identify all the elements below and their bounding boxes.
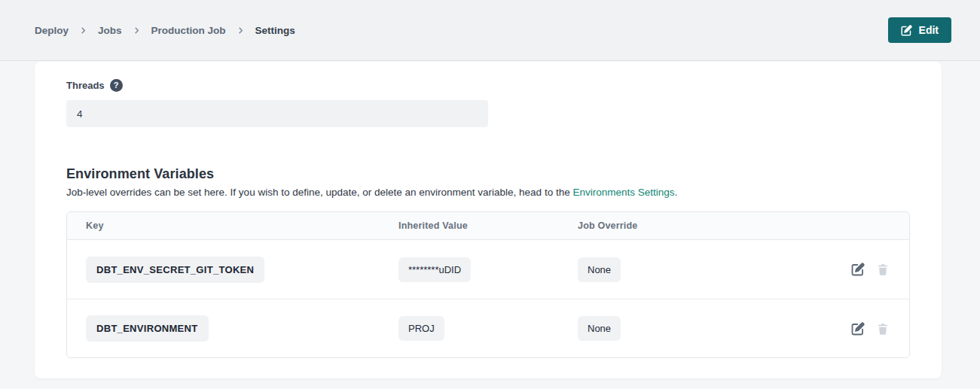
column-header-key: Key: [86, 220, 398, 231]
question-mark-circle-icon[interactable]: ?: [110, 79, 123, 92]
trash-icon[interactable]: [876, 263, 890, 276]
env-var-job-override: None: [578, 257, 621, 282]
threads-label: Threads: [66, 80, 105, 91]
chevron-right-icon: [79, 26, 87, 35]
description-period: .: [675, 187, 678, 198]
job-settings-card: Threads ? 4 Environment Variables Job-le…: [35, 62, 942, 378]
env-vars-table: Key Inherited Value Job Override DBT_ENV…: [66, 211, 910, 358]
environment-variables-section: Environment Variables Job-level override…: [66, 166, 910, 358]
edit-pencil-icon: [901, 25, 912, 36]
description-text: Job-level overrides can be set here. If …: [66, 187, 572, 198]
env-var-job-override: None: [578, 316, 621, 341]
settings-page: Threads ? 4 Environment Variables Job-le…: [0, 61, 980, 378]
env-var-inherited-value: PROJ: [398, 316, 444, 341]
trash-icon[interactable]: [876, 322, 890, 336]
edit-row-icon[interactable]: [851, 322, 865, 336]
edit-button[interactable]: Edit: [888, 17, 951, 43]
threads-field: Threads ? 4: [66, 79, 910, 127]
column-header-inherited-value: Inherited Value: [398, 220, 578, 231]
column-header-job-override: Job Override: [578, 220, 822, 231]
env-var-key: DBT_ENVIRONMENT: [86, 315, 209, 342]
environment-variables-title: Environment Variables: [66, 166, 910, 182]
breadcrumb: Deploy Jobs Production Job Settings: [35, 25, 295, 36]
chevron-right-icon: [133, 26, 141, 35]
top-header: Deploy Jobs Production Job Settings Edit: [0, 0, 980, 61]
threads-input[interactable]: 4: [66, 100, 488, 127]
env-var-inherited-value: ********uDID: [398, 257, 471, 282]
breadcrumb-item-production-job[interactable]: Production Job: [151, 25, 226, 36]
breadcrumb-item-settings: Settings: [255, 25, 295, 36]
breadcrumb-item-deploy[interactable]: Deploy: [35, 25, 69, 36]
env-var-key: DBT_ENV_SECRET_GIT_TOKEN: [86, 257, 264, 283]
threads-value: 4: [77, 108, 83, 120]
env-vars-table-header: Key Inherited Value Job Override: [67, 212, 909, 240]
table-row: DBT_ENVIRONMENT PROJ None: [67, 299, 909, 357]
edit-button-label: Edit: [919, 24, 939, 36]
environment-variables-description: Job-level overrides can be set here. If …: [66, 187, 910, 198]
edit-row-icon[interactable]: [851, 263, 865, 276]
table-row: DBT_ENV_SECRET_GIT_TOKEN ********uDID No…: [67, 240, 909, 299]
chevron-right-icon: [237, 26, 245, 35]
breadcrumb-item-jobs[interactable]: Jobs: [98, 25, 122, 36]
environments-settings-link[interactable]: Environments Settings: [572, 187, 674, 198]
